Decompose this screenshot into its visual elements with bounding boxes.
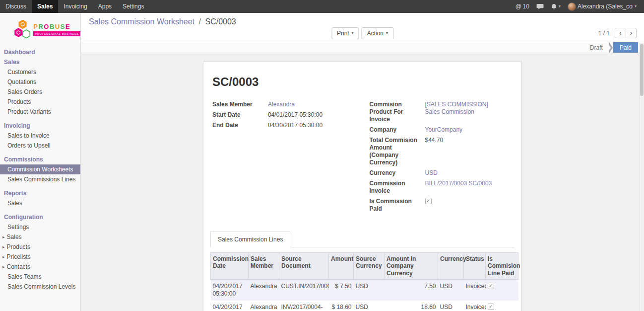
sidebar-item-commission-worksheets[interactable]: Commission Worksheets [0, 164, 80, 174]
sidebar-item-label: Contacts [7, 263, 30, 270]
table-row[interactable]: 04/20/2017 05:30:00 Alexandra CUST.IN/20… [211, 280, 518, 301]
col-commission-date[interactable]: Commission Date [211, 253, 249, 280]
field-value-is-commission-paid: ✓ [425, 198, 432, 204]
field-commission-invoice: Commission Invoice BILL/2017/0003 SC/000… [370, 180, 513, 195]
sidebar-item-sales-commissions-lines[interactable]: Sales Commissions Lines [0, 174, 80, 184]
pager-next-button[interactable]: › [626, 28, 637, 38]
col-status[interactable]: Status [464, 253, 486, 280]
mention-counter[interactable]: @ 10 [513, 0, 532, 13]
field-group-right: Commision Product For Invoice [SALES COM… [363, 101, 513, 216]
sidebar-item-quotations[interactable]: Quotations [0, 77, 80, 87]
cell-currency: USD [438, 301, 464, 311]
field-label: Commission Invoice [370, 180, 425, 195]
breadcrumb-parent-link[interactable]: Sales Commission Worksheet [89, 17, 194, 26]
line-paid-checkbox[interactable]: ✓ [488, 283, 494, 289]
vertical-scrollbar[interactable] [640, 43, 644, 311]
sidebar-item-label: Sales [7, 233, 22, 240]
field-currency: Currency USD [370, 169, 513, 177]
field-value-commission-invoice[interactable]: BILL/2017/0003 SC/0003 [425, 180, 492, 187]
topbar: Discuss Sales Invoicing Apps Settings @ … [0, 0, 644, 13]
sidebar-item-sales-to-invoice[interactable]: Sales to Invoice [0, 131, 80, 141]
col-currency[interactable]: Currency [438, 253, 464, 280]
messages-button[interactable] [534, 0, 546, 13]
sidebar-item-settings[interactable]: Settings [0, 222, 80, 232]
sidebar-item-contacts[interactable]: ▸Contacts [0, 262, 80, 272]
expand-arrow-icon: ▸ [2, 244, 5, 249]
field-label: Sales Member [212, 101, 268, 108]
expand-arrow-icon: ▸ [2, 254, 5, 259]
commission-lines-table: Commission Date Sales Member Source Docu… [210, 252, 518, 311]
user-menu[interactable]: Alexandra (Sales_comm.. ▾ [565, 0, 639, 13]
sidebar-section-configuration[interactable]: Configuration [0, 212, 80, 222]
sidebar-item-products[interactable]: Products [0, 97, 80, 107]
cell-status: Invoiced [464, 280, 486, 301]
sidebar-item-sales-teams[interactable]: Sales Teams [0, 272, 80, 282]
cell-amount-company: 7.50 [385, 280, 438, 301]
is-commission-paid-checkbox[interactable]: ✓ [425, 198, 432, 204]
sidebar-item-sales-report[interactable]: Sales [0, 198, 80, 208]
action-button[interactable]: Action ▾ [362, 27, 393, 39]
table-row[interactable]: 04/20/2017 05:30:00 Alexandra INV/2017/0… [211, 301, 518, 311]
cell-currency: USD [438, 280, 464, 301]
sidebar-item-sales-commission-levels[interactable]: Sales Commission Levels [0, 282, 80, 292]
field-value-sales-member[interactable]: Alexandra [268, 101, 295, 108]
menu-invoicing[interactable]: Invoicing [58, 0, 92, 13]
field-value-total-commission-amount: $44.70 [425, 137, 444, 144]
status-arrow-icon [609, 42, 613, 53]
field-value-currency[interactable]: USD [425, 169, 438, 177]
sidebar-item-label: Quotations [7, 78, 36, 85]
field-value-end-date: 04/30/2017 05:30:00 [268, 122, 322, 129]
main-area: Sales Commission Worksheet / SC/0003 Pri… [81, 13, 644, 311]
pager-buttons: ‹ › [615, 28, 637, 38]
sidebar-item-customers[interactable]: Customers [0, 67, 80, 77]
pager-previous-button[interactable]: ‹ [615, 28, 626, 38]
caret-down-icon: ▾ [386, 31, 388, 35]
sidebar-item-label: Sales to Invoice [7, 132, 50, 139]
tab-sales-commission-lines[interactable]: Sales Commission Lines [210, 232, 290, 247]
sidebar-item-orders-to-upsell[interactable]: Orders to Upsell [0, 141, 80, 151]
sidebar-item-label: Sales Commissions Lines [7, 176, 75, 183]
mention-count: 10 [523, 3, 529, 10]
sidebar-section-commissions[interactable]: Commissions [0, 155, 80, 164]
col-amount-company-currency[interactable]: Amount in Company Currency [385, 253, 438, 280]
main-menu: Discuss Sales Invoicing Apps Settings [0, 0, 149, 13]
sidebar-item-label: Customers [7, 69, 36, 76]
field-value-company[interactable]: YourCompany [425, 126, 463, 134]
field-is-commission-paid: Is Commission Paid ✓ [370, 198, 513, 213]
sidebar-item-pricelists[interactable]: ▸Pricelists [0, 252, 80, 262]
col-source-document[interactable]: Source Document [279, 253, 329, 280]
sidebar-item-sales-config[interactable]: ▸Sales [0, 232, 80, 242]
sidebar-section-sales[interactable]: Sales [0, 57, 80, 67]
cell-commission-date: 04/20/2017 05:30:00 [211, 280, 249, 301]
field-value-commission-product[interactable]: [SALES COMMISSION] Sales Commission [425, 101, 504, 116]
col-amount[interactable]: Amount [329, 253, 354, 280]
caret-down-icon: ▾ [352, 31, 354, 35]
sidebar-section-dashboard[interactable]: Dashboard [0, 47, 80, 57]
scrollbar-thumb[interactable] [640, 44, 644, 96]
menu-apps[interactable]: Apps [93, 0, 117, 13]
sidebar-item-products-config[interactable]: ▸Products [0, 242, 80, 252]
chat-bubble-icon [536, 3, 544, 10]
sidebar-item-label: Orders to Upsell [7, 142, 51, 149]
sidebar-section-invoicing[interactable]: Invoicing [0, 121, 80, 131]
menu-sales[interactable]: Sales [32, 0, 58, 13]
caret-down-icon: ▾ [635, 4, 637, 8]
form-sheet: SC/0003 Sales Member Alexandra Start Dat… [203, 62, 522, 311]
print-button[interactable]: Print ▾ [331, 27, 359, 39]
status-paid[interactable]: Paid [613, 42, 638, 53]
field-value-start-date: 04/01/2017 05:30:00 [268, 111, 322, 119]
breadcrumb-current: SC/0003 [205, 17, 236, 26]
pager: 1 / 1 ‹ › [598, 28, 637, 38]
col-line-paid[interactable]: Is Commision Line Paid [486, 253, 518, 280]
col-sales-member[interactable]: Sales Member [249, 253, 279, 280]
notifications-button[interactable]: ▾ [548, 0, 563, 13]
menu-settings[interactable]: Settings [117, 0, 149, 13]
sidebar-item-product-variants[interactable]: Product Variants [0, 107, 80, 117]
status-draft[interactable]: Draft [583, 42, 609, 53]
menu-discuss[interactable]: Discuss [0, 0, 32, 13]
statusbar: Draft Paid [81, 42, 644, 53]
col-source-currency[interactable]: Source Currency [354, 253, 385, 280]
sidebar-item-sales-orders[interactable]: Sales Orders [0, 87, 80, 97]
line-paid-checkbox[interactable]: ✓ [488, 304, 494, 310]
sidebar-section-reports[interactable]: Reports [0, 188, 80, 198]
